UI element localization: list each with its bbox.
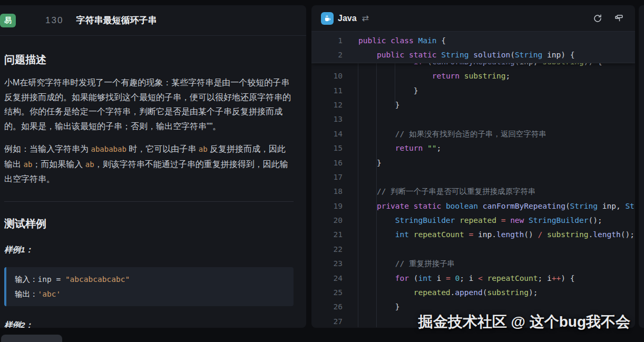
code-editor[interactable]: 1public class Main {2 public static Stri… xyxy=(311,32,635,327)
line-number: 21 xyxy=(311,228,343,242)
code-line: 22 xyxy=(311,242,635,257)
line-number: 25 xyxy=(311,286,343,300)
code-lines: if (canFormByRepeating(inp, substring)) … xyxy=(311,55,635,327)
sample1-output-line: 输出：'abc' xyxy=(15,287,285,301)
line-number: 26 xyxy=(311,300,343,314)
problem-number: 130 xyxy=(45,15,63,26)
code-line: 20 StringBuilder repeated = new StringBu… xyxy=(311,213,635,228)
code-line: 15 return ""; xyxy=(311,141,635,155)
line-number: 19 xyxy=(311,199,343,213)
sample1-input-line: 输入：inp = "abcabcabcabc" xyxy=(15,272,285,287)
code-line: 16 } xyxy=(311,156,635,170)
editor-panel: Java ⇄ 1public class Main {2 public stat… xyxy=(311,5,635,328)
sample1-block: 输入：inp = "abcabcabcabc" 输出：'abc' xyxy=(4,267,294,306)
line-number: 27 xyxy=(311,315,343,327)
code-line: 2 public static String solution(String i… xyxy=(311,48,635,62)
code-line: 10 return substring; xyxy=(311,69,635,83)
line-number: 1 xyxy=(311,34,343,48)
collapsed-side-panel[interactable] xyxy=(639,5,644,328)
bottom-toolbar-button[interactable] xyxy=(1,335,62,342)
code-line: 12 } xyxy=(311,98,635,112)
java-icon xyxy=(321,12,334,25)
problem-body: 问题描述 小M在研究字符串时发现了一个有趣的现象：某些字符串是由一个较短的子串反… xyxy=(0,36,306,328)
code-line: 19 private static boolean canFormByRepea… xyxy=(311,199,635,213)
line-number: 11 xyxy=(311,84,343,98)
line-number: 20 xyxy=(311,213,343,228)
swap-arrows-icon[interactable]: ⇄ xyxy=(362,14,369,23)
refresh-button[interactable] xyxy=(591,12,604,25)
samples-heading: 测试样例 xyxy=(4,217,294,231)
code-line: 25 repeated.append(substring); xyxy=(311,286,635,300)
line-number: 17 xyxy=(311,170,343,184)
code-line: 14 // 如果没有找到合适的子串，返回空字符串 xyxy=(311,127,635,141)
watermark-text: 掘金技术社区 @ 这个bug我不会 xyxy=(418,312,630,332)
line-number: 18 xyxy=(311,184,343,199)
line-number: 16 xyxy=(311,156,343,170)
line-number: 2 xyxy=(311,48,343,62)
format-button[interactable] xyxy=(612,12,626,25)
section-divider xyxy=(4,201,294,202)
problem-title: 字符串最短循环子串 xyxy=(76,14,157,26)
code-line: 11 } xyxy=(311,84,635,98)
problem-header: 易 130 字符串最短循环子串 xyxy=(0,5,306,36)
editor-header: Java ⇄ xyxy=(311,5,635,32)
line-number: 23 xyxy=(311,257,343,271)
code-line: 13 xyxy=(311,112,635,126)
line-number: 15 xyxy=(311,141,343,155)
language-tab[interactable]: Java xyxy=(338,14,357,23)
sample2-label: 样例2： xyxy=(4,320,294,328)
line-number: 24 xyxy=(311,271,343,286)
indent-guide xyxy=(358,55,358,327)
line-number: 10 xyxy=(311,69,343,83)
code-line: 21 int repeatCount = inp.length() / subs… xyxy=(311,228,635,242)
code-line: 18 // 判断一个子串是否可以重复拼接成原字符串 xyxy=(311,184,635,199)
line-number: 14 xyxy=(311,127,343,141)
code-line: 17 xyxy=(311,170,635,184)
difficulty-badge: 易 xyxy=(0,14,16,27)
example-paragraph: 例如：当输入字符串为 abababab 时，它可以由子串 ab 反复拼接而成，因… xyxy=(4,142,294,187)
sticky-scroll-lines: 1public class Main {2 public static Stri… xyxy=(311,32,635,63)
problem-panel: 易 130 字符串最短循环子串 问题描述 小M在研究字符串时发现了一个有趣的现象… xyxy=(0,5,306,328)
line-number: 22 xyxy=(311,242,343,257)
line-number: 13 xyxy=(311,112,343,126)
code-line: 1public class Main { xyxy=(311,34,635,48)
description-heading: 问题描述 xyxy=(4,53,294,67)
sample1-label: 样例1： xyxy=(4,245,294,256)
line-number: 12 xyxy=(311,98,343,112)
code-line: 23 // 重复拼接子串 xyxy=(311,257,635,271)
indent-guide xyxy=(376,55,377,327)
code-line: 24 for (int i = 0; i < repeatCount; i++)… xyxy=(311,271,635,286)
description-paragraph: 小M在研究字符串时发现了一个有趣的现象：某些字符串是由一个较短的子串反复拼接而成… xyxy=(4,75,294,133)
